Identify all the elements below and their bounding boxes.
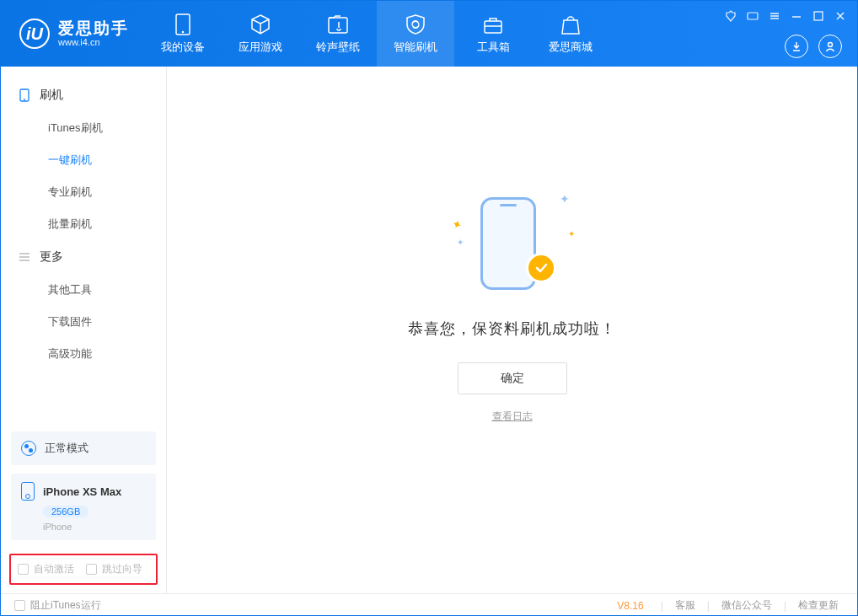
sparkle-icon: ✦: [560, 192, 570, 206]
menu-icon[interactable]: [768, 9, 781, 23]
checkbox-auto-activate[interactable]: 自动激活: [18, 562, 74, 576]
app-subtitle: www.i4.cn: [58, 37, 129, 47]
footer-link-update[interactable]: 检查更新: [793, 598, 844, 613]
nav-my-device[interactable]: 我的设备: [144, 1, 222, 67]
sidebar-item-other-tools[interactable]: 其他工具: [1, 274, 166, 306]
nav-label: 爱思商城: [549, 40, 593, 55]
flash-options-highlight: 自动激活 跳过向导: [9, 554, 158, 585]
theme-icon[interactable]: [724, 9, 737, 23]
ok-button[interactable]: 确定: [458, 362, 567, 394]
sparkle-icon: ✦: [568, 229, 575, 238]
header-actions: [785, 35, 842, 58]
phone-icon: [172, 13, 194, 35]
device-name: iPhone XS Max: [43, 485, 121, 498]
sidebar-item-itunes-flash[interactable]: iTunes刷机: [1, 112, 166, 144]
success-message: 恭喜您，保资料刷机成功啦！: [408, 319, 616, 339]
nav-ringtones[interactable]: 铃声壁纸: [299, 1, 377, 67]
nav-label: 工具箱: [477, 40, 510, 55]
list-icon: [18, 250, 31, 264]
body: 刷机 iTunes刷机 一键刷机 专业刷机 批量刷机 更多 其他工具 下载固件 …: [1, 67, 857, 593]
phone-graphic: [480, 197, 536, 290]
sidebar-group-more[interactable]: 更多: [1, 240, 166, 274]
nav-label: 应用游戏: [239, 40, 282, 55]
sidebar-item-advanced[interactable]: 高级功能: [1, 338, 166, 370]
separator: |: [661, 600, 663, 612]
mode-icon: [21, 441, 36, 456]
feedback-icon[interactable]: [746, 9, 759, 23]
checkbox-label: 自动激活: [34, 562, 74, 576]
group-title: 更多: [40, 249, 63, 265]
sparkle-icon: ✦: [457, 238, 464, 247]
header: iU 爱思助手 www.i4.cn 我的设备 应用游戏 铃声壁纸 智能刷机 工具…: [1, 1, 857, 67]
svg-rect-5: [814, 12, 823, 20]
footer: 阻止iTunes运行 V8.16 | 客服 | 微信公众号 | 检查更新: [1, 593, 857, 616]
app-title: 爱思助手: [58, 20, 129, 38]
checkbox-label: 阻止iTunes运行: [30, 598, 101, 613]
checkbox-block-itunes[interactable]: 阻止iTunes运行: [14, 598, 101, 613]
version-label: V8.16: [617, 600, 643, 612]
checkbox-icon: [18, 564, 29, 575]
svg-point-6: [829, 43, 833, 47]
sidebar: 刷机 iTunes刷机 一键刷机 专业刷机 批量刷机 更多 其他工具 下载固件 …: [1, 67, 167, 593]
mode-label: 正常模式: [45, 441, 88, 456]
nav-label: 铃声壁纸: [316, 40, 360, 55]
minimize-button[interactable]: [790, 9, 803, 23]
checkbox-icon: [14, 600, 25, 611]
svg-rect-4: [748, 13, 758, 19]
nav-toolbox[interactable]: 工具箱: [454, 1, 532, 67]
group-title: 刷机: [40, 88, 63, 103]
refresh-shield-icon: [405, 13, 426, 35]
user-button[interactable]: [818, 35, 842, 58]
separator: |: [784, 600, 786, 612]
view-log-link[interactable]: 查看日志: [492, 410, 533, 424]
checkbox-skip-guide[interactable]: 跳过向导: [86, 562, 142, 576]
sparkle-icon: ✦: [449, 216, 464, 232]
nav-flash[interactable]: 智能刷机: [377, 1, 454, 67]
nav-label: 我的设备: [161, 40, 205, 55]
maximize-button[interactable]: [812, 9, 825, 23]
window-controls: [724, 9, 847, 23]
bag-icon: [560, 13, 582, 35]
device-type: iPhone: [43, 522, 146, 532]
cube-icon: [249, 13, 271, 35]
sidebar-item-pro-flash[interactable]: 专业刷机: [1, 176, 166, 208]
sidebar-item-oneclick-flash[interactable]: 一键刷机: [1, 144, 166, 176]
separator: |: [707, 600, 710, 612]
main-content: ✦ ✦ ✦ ✦ 恭喜您，保资料刷机成功啦！ 确定 查看日志: [167, 67, 857, 593]
device-storage: 256GB: [43, 506, 88, 517]
footer-link-support[interactable]: 客服: [670, 598, 700, 613]
device-icon: [18, 88, 31, 102]
close-button[interactable]: [834, 9, 847, 23]
logo-icon: iU: [19, 19, 50, 49]
checkbox-label: 跳过向导: [102, 562, 142, 576]
phone-icon: [21, 482, 35, 501]
svg-rect-3: [485, 21, 501, 33]
briefcase-icon: [482, 13, 504, 35]
nav-store[interactable]: 爱思商城: [532, 1, 609, 67]
nav-apps[interactable]: 应用游戏: [222, 1, 299, 67]
download-button[interactable]: [785, 35, 808, 58]
device-mode[interactable]: 正常模式: [11, 431, 156, 465]
svg-point-1: [182, 30, 185, 33]
footer-link-wechat[interactable]: 微信公众号: [716, 598, 777, 613]
checkbox-icon: [86, 564, 97, 575]
logo[interactable]: iU 爱思助手 www.i4.cn: [1, 1, 144, 67]
svg-point-8: [24, 99, 25, 100]
sidebar-item-download-firmware[interactable]: 下载固件: [1, 306, 166, 338]
nav-label: 智能刷机: [394, 40, 437, 55]
checkmark-badge-icon: [526, 253, 556, 283]
sidebar-item-batch-flash[interactable]: 批量刷机: [1, 208, 166, 240]
sidebar-group-flash[interactable]: 刷机: [1, 78, 166, 112]
device-card[interactable]: iPhone XS Max 256GB iPhone: [11, 474, 156, 540]
nav: 我的设备 应用游戏 铃声壁纸 智能刷机 工具箱 爱思商城: [144, 1, 609, 67]
music-folder-icon: [327, 13, 349, 35]
success-illustration: ✦ ✦ ✦ ✦: [462, 194, 563, 295]
